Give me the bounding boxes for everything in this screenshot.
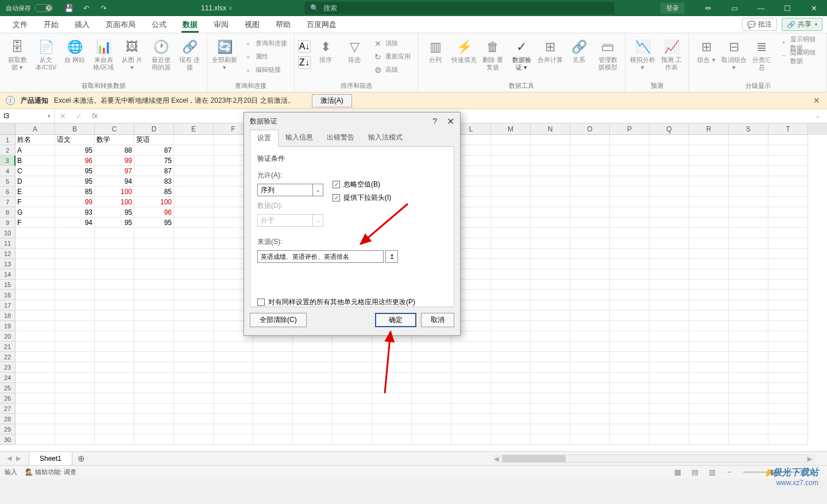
cell[interactable] [689, 424, 729, 435]
cell[interactable] [531, 290, 570, 300]
cell[interactable] [214, 404, 253, 414]
comments-button[interactable]: 💬批注 [742, 18, 777, 31]
cell[interactable] [610, 290, 650, 300]
cell[interactable] [134, 373, 174, 383]
cell[interactable] [134, 269, 174, 280]
cell[interactable] [570, 259, 610, 269]
cell[interactable] [253, 352, 293, 362]
col-header[interactable]: D [134, 123, 174, 135]
cell[interactable] [214, 362, 253, 373]
cell[interactable] [531, 135, 570, 145]
cell[interactable] [768, 352, 808, 362]
cell[interactable] [650, 166, 689, 176]
cell[interactable] [333, 404, 372, 414]
cell[interactable] [491, 373, 531, 383]
cell[interactable] [570, 435, 610, 445]
sort-asc-icon[interactable]: A↓ [298, 40, 311, 53]
outline-sub-1[interactable]: ⁻隐藏明细数据 [776, 50, 823, 63]
cell[interactable] [174, 249, 214, 259]
cell[interactable] [55, 404, 95, 414]
cell[interactable]: 99 [55, 197, 95, 207]
cell[interactable] [214, 342, 253, 352]
cell[interactable] [531, 331, 570, 342]
cell[interactable] [729, 311, 768, 321]
row-header[interactable]: 9 [0, 218, 16, 228]
cell[interactable] [689, 342, 729, 352]
cell[interactable] [333, 383, 372, 393]
cell[interactable] [570, 280, 610, 290]
fx-icon[interactable]: fx [87, 109, 103, 123]
cell[interactable]: 语文 [55, 135, 95, 145]
cell[interactable] [689, 393, 729, 404]
cell[interactable] [531, 197, 570, 207]
cell[interactable] [372, 393, 412, 404]
cell[interactable] [491, 362, 531, 373]
cell[interactable] [372, 352, 412, 362]
col-header[interactable]: S [729, 123, 768, 135]
cell[interactable] [174, 228, 214, 238]
cell[interactable] [491, 259, 531, 269]
cell[interactable] [253, 393, 293, 404]
cell[interactable] [610, 280, 650, 290]
cell[interactable] [689, 156, 729, 166]
ribbon-tab-6[interactable]: 审阅 [206, 16, 237, 33]
cell[interactable] [174, 383, 214, 393]
cell[interactable] [570, 135, 610, 145]
formula-expand-icon[interactable]: ⌄ [816, 113, 827, 119]
filename[interactable]: 111.xlsx∨ [201, 4, 233, 12]
cell[interactable] [689, 145, 729, 156]
cell[interactable] [253, 383, 293, 393]
row-header[interactable]: 28 [0, 414, 16, 424]
cell[interactable] [689, 383, 729, 393]
cell[interactable] [650, 187, 689, 197]
cell[interactable] [729, 259, 768, 269]
autosave-toggle[interactable]: 自动保存 关 [0, 4, 59, 13]
cell[interactable] [372, 373, 412, 383]
cell[interactable] [134, 331, 174, 342]
chevron-down-icon[interactable]: ▾ [48, 113, 51, 119]
cell[interactable] [689, 300, 729, 311]
cell[interactable] [214, 393, 253, 404]
cell[interactable]: 数学 [95, 135, 134, 145]
cell[interactable] [491, 156, 531, 166]
cell[interactable] [570, 321, 610, 331]
cell[interactable] [95, 393, 134, 404]
cell[interactable] [174, 269, 214, 280]
cell[interactable] [570, 404, 610, 414]
cell[interactable] [451, 373, 491, 383]
cell[interactable] [134, 414, 174, 424]
cell[interactable] [570, 228, 610, 238]
save-icon[interactable]: 💾 [64, 3, 74, 13]
cell[interactable] [531, 321, 570, 331]
cell[interactable] [174, 176, 214, 187]
cell[interactable] [531, 238, 570, 249]
cell[interactable] [768, 218, 808, 228]
cell[interactable] [531, 280, 570, 290]
cell[interactable] [293, 373, 333, 383]
cell[interactable] [16, 373, 55, 383]
cell[interactable] [134, 259, 174, 269]
cell[interactable] [174, 290, 214, 300]
cell[interactable] [610, 300, 650, 311]
row-header[interactable]: 6 [0, 187, 16, 197]
cell[interactable] [531, 166, 570, 176]
cell[interactable] [372, 342, 412, 352]
dropdown-checkbox[interactable]: ✓ 提供下拉箭头(I) [333, 193, 391, 203]
allow-select[interactable]: 序列 ⌄ [257, 184, 323, 196]
data-tool-4[interactable]: ⊞合并计算 [536, 37, 564, 80]
cell[interactable] [214, 373, 253, 383]
filter-sub-1[interactable]: ↻重新应用 [369, 50, 414, 63]
cell[interactable] [729, 331, 768, 342]
clear-all-button[interactable]: 全部清除(C) [250, 313, 307, 327]
cell[interactable] [768, 166, 808, 176]
cancel-formula-icon[interactable]: ✕ [55, 109, 71, 123]
cell[interactable] [174, 424, 214, 435]
cell[interactable] [610, 228, 650, 238]
cell[interactable] [610, 383, 650, 393]
cell[interactable] [491, 269, 531, 280]
cell[interactable] [491, 145, 531, 156]
cell[interactable]: 96 [55, 156, 95, 166]
cell[interactable] [491, 435, 531, 445]
cell[interactable]: D [16, 176, 55, 187]
page-break-view-icon[interactable]: ▥ [705, 467, 719, 478]
